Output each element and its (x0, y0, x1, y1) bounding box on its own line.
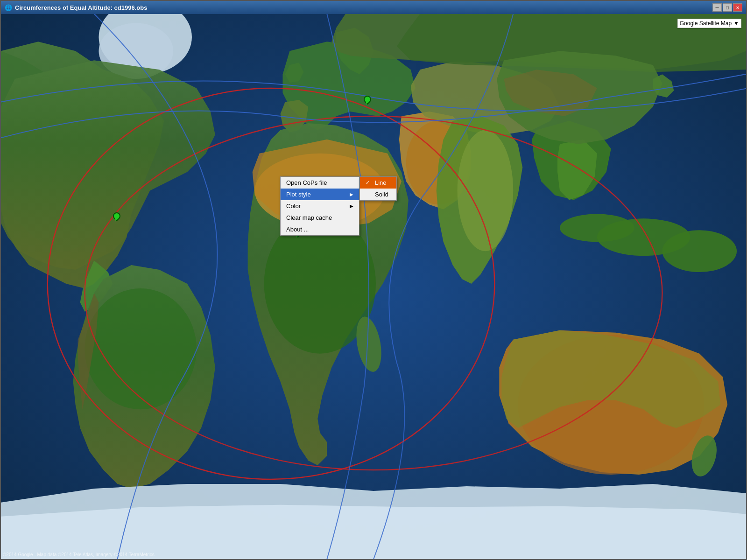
check-mark-icon: ✓ (366, 180, 372, 186)
about-item[interactable]: About ... (281, 224, 359, 235)
color-arrow-icon: ▶ (350, 203, 353, 209)
clear-map-cache-label: Clear map cache (286, 214, 332, 221)
svg-point-3 (85, 288, 197, 409)
color-item[interactable]: Color ▶ (281, 200, 359, 212)
pin-brazil (112, 212, 120, 223)
title-bar: 🌐 Circumferences of Equal Altitude: cd19… (1, 1, 746, 14)
attribution-text: ©2014 Google - Map data ©2014 Tele Atlas… (3, 552, 155, 557)
solid-style-label: Solid (375, 191, 388, 198)
line-style-item[interactable]: ✓ Line (360, 177, 396, 189)
open-cops-file-label: Open CoPs file (286, 179, 327, 186)
context-menu: Open CoPs file Plot style ▶ Color ▶ Clea… (280, 176, 359, 236)
svg-point-8 (458, 130, 514, 251)
plot-style-item[interactable]: Plot style ▶ (281, 189, 359, 200)
attribution: ©2014 Google - Map data ©2014 Tele Atlas… (3, 552, 155, 557)
plot-style-label: Plot style (286, 191, 311, 198)
clear-map-cache-item[interactable]: Clear map cache (281, 212, 359, 224)
color-label: Color (286, 203, 301, 210)
submenu-arrow-icon: ▶ (350, 192, 353, 197)
map-container[interactable]: Google Satellite Map ▼ Open CoPs file Pl… (1, 14, 746, 559)
app-icon: 🌐 (5, 4, 12, 11)
map-svg (1, 14, 746, 559)
app-window: 🌐 Circumferences of Equal Altitude: cd19… (0, 0, 747, 560)
open-cops-file-item[interactable]: Open CoPs file (281, 177, 359, 189)
about-label: About ... (286, 226, 309, 233)
title-bar-controls: ─ □ ✕ (712, 3, 742, 12)
minimize-button[interactable]: ─ (712, 3, 722, 12)
chevron-down-icon: ▼ (733, 20, 739, 27)
window-title: Circumferences of Equal Altitude: cd1996… (15, 4, 147, 11)
map-type-selector[interactable]: Google Satellite Map ▼ (677, 19, 741, 28)
map-type-label: Google Satellite Map (680, 20, 732, 27)
map-background: Google Satellite Map ▼ Open CoPs file Pl… (1, 14, 746, 559)
solid-style-item[interactable]: Solid (360, 189, 396, 200)
maximize-button[interactable]: □ (723, 3, 732, 12)
line-style-label: Line (375, 179, 387, 186)
svg-point-11 (662, 230, 737, 272)
close-button[interactable]: ✕ (733, 3, 742, 12)
pin-asia (363, 96, 370, 106)
submenu-plot-style: ✓ Line Solid (359, 176, 397, 201)
title-bar-title: 🌐 Circumferences of Equal Altitude: cd19… (5, 4, 147, 11)
